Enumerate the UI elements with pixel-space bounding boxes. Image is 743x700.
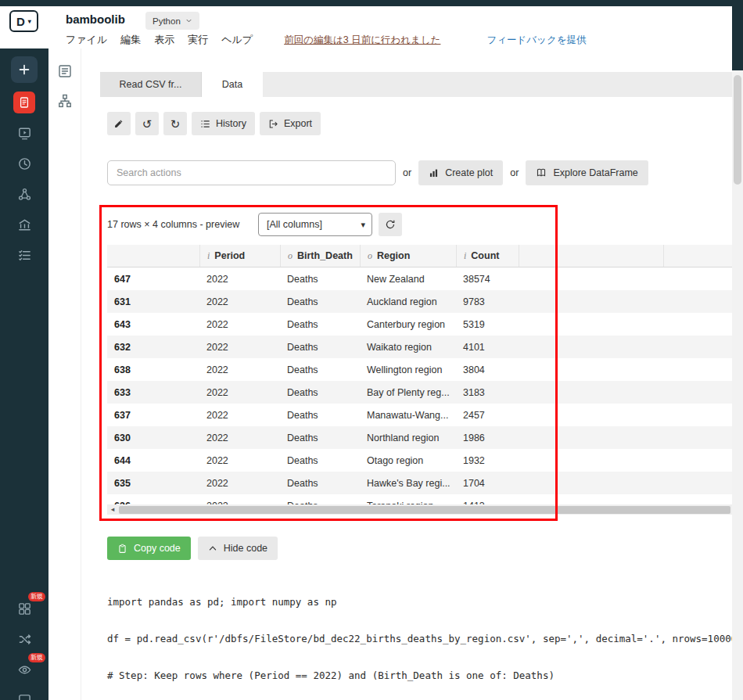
new-badge: 新規 bbox=[28, 653, 45, 662]
scroll-left-arrow-icon[interactable]: ◂ bbox=[107, 504, 118, 515]
create-plot-button[interactable]: Create plot bbox=[418, 160, 503, 185]
app-sidebar: 新規 新規 bbox=[0, 48, 48, 700]
molecule-icon bbox=[17, 187, 32, 202]
code-line: import pandas as pd; import numpy as np bbox=[107, 596, 743, 608]
caret-down-icon: ▾ bbox=[361, 220, 365, 230]
sidebar-item-catalog[interactable] bbox=[13, 183, 35, 205]
table-row: 6382022DeathsWellington region3804 bbox=[107, 358, 732, 381]
tab-read-csv[interactable]: Read CSV fr... bbox=[100, 72, 202, 97]
undo-icon: ↺ bbox=[142, 118, 153, 130]
table-row: 6432022DeathsCanterbury region5319 bbox=[107, 313, 732, 336]
databricks-logo-menu[interactable]: D ▾ bbox=[9, 10, 38, 32]
tab-strip: Read CSV fr... Data bbox=[100, 72, 732, 97]
schema-browser-button[interactable] bbox=[56, 92, 74, 109]
plus-icon bbox=[17, 63, 31, 77]
table-row: 6442022DeathsOtago region1932 bbox=[107, 449, 732, 472]
int-dtype-icon: i bbox=[207, 250, 210, 262]
preview-toolbar: ↺ ↻ History Export bbox=[107, 112, 321, 135]
right-panel-top bbox=[732, 0, 743, 70]
code-actions: Copy code Hide code bbox=[107, 537, 278, 560]
bar-chart-icon bbox=[429, 168, 439, 178]
sidebar-item-more[interactable] bbox=[13, 689, 35, 700]
sidebar-item-workspace[interactable] bbox=[13, 122, 35, 144]
menu-item-file[interactable]: ファイル bbox=[66, 33, 107, 47]
table-row: 6322022DeathsWaikato region4101 bbox=[107, 336, 732, 358]
menu-item-run[interactable]: 実行 bbox=[188, 33, 208, 47]
table-row: 6372022DeathsManawatu-Wang...2457 bbox=[107, 404, 732, 426]
table-of-contents-button[interactable] bbox=[56, 63, 74, 80]
vertical-scrollbar-thumb[interactable] bbox=[734, 75, 741, 185]
table-row: 6472022DeathsNew Zealand38574 bbox=[107, 267, 732, 290]
sidebar-item-recents[interactable] bbox=[13, 153, 35, 174]
column-header-period: iPeriod bbox=[199, 245, 280, 267]
undo-button[interactable]: ↺ bbox=[135, 112, 159, 135]
eye-icon bbox=[17, 662, 32, 677]
table-row: 6352022DeathsHawke's Bay regi...1704 bbox=[107, 472, 732, 494]
edit-button[interactable] bbox=[107, 112, 131, 135]
new-badge: 新規 bbox=[28, 592, 45, 601]
sidebar-item-apps[interactable]: 新規 bbox=[13, 598, 35, 619]
checklist-icon bbox=[17, 248, 32, 263]
notebook-icon bbox=[18, 96, 31, 109]
logo-letter: D bbox=[16, 15, 25, 28]
table-body: 6472022DeathsNew Zealand38574 6312022Dea… bbox=[107, 267, 732, 504]
sidebar-item-previews[interactable]: 新規 bbox=[13, 659, 35, 680]
hide-code-button[interactable]: Hide code bbox=[198, 537, 278, 560]
copy-code-button[interactable]: Copy code bbox=[107, 537, 191, 560]
horizontal-scrollbar-thumb[interactable] bbox=[119, 506, 730, 514]
shuffle-icon bbox=[17, 632, 32, 647]
chevron-down-icon bbox=[185, 17, 192, 24]
sidebar-item-workflows[interactable] bbox=[13, 244, 35, 266]
caret-down-icon: ▾ bbox=[28, 18, 31, 25]
history-button[interactable]: History bbox=[192, 112, 255, 135]
refresh-button[interactable] bbox=[379, 213, 402, 236]
workspace-icon bbox=[17, 126, 32, 141]
menu-item-edit[interactable]: 編集 bbox=[120, 33, 141, 47]
hierarchy-icon bbox=[57, 93, 73, 109]
column-header-birth-death: oBirth_Death bbox=[280, 245, 360, 267]
grid-icon bbox=[17, 601, 32, 616]
redo-button[interactable]: ↻ bbox=[163, 112, 187, 135]
search-actions-input[interactable] bbox=[107, 160, 396, 185]
column-header-region: oRegion bbox=[360, 245, 456, 267]
menu-item-view[interactable]: 表示 bbox=[154, 33, 174, 47]
sidebar-item-marketplace[interactable] bbox=[13, 214, 35, 235]
export-icon bbox=[268, 119, 278, 129]
dataframe-preview-table: iPeriod oBirth_Death oRegion iCount 6472… bbox=[107, 245, 732, 515]
code-line: # Step: Keep rows where (Period == 2022)… bbox=[107, 669, 743, 682]
export-button[interactable]: Export bbox=[260, 112, 321, 135]
menu-bar: ファイル 編集 表示 実行 ヘルプ 前回の編集は3 日前に行われました フィード… bbox=[66, 33, 586, 47]
notebook-title: bamboolib bbox=[66, 13, 125, 26]
clipboard-icon bbox=[117, 544, 127, 554]
empty-column-header bbox=[663, 245, 732, 267]
object-dtype-icon: o bbox=[288, 250, 293, 262]
action-row: or Create plot or Explore DataFrame bbox=[107, 160, 648, 185]
menu-item-help[interactable]: ヘルプ bbox=[221, 33, 253, 47]
pencil-icon bbox=[113, 118, 124, 129]
code-line: df = pd.read_csv(r'/dbfs/FileStore/bd_de… bbox=[107, 633, 743, 645]
int-dtype-icon: i bbox=[464, 250, 466, 262]
table-header-row: iPeriod oBirth_Death oRegion iCount bbox=[107, 245, 732, 267]
bamboolib-panel: Read CSV fr... Data ↺ ↻ History Export o… bbox=[81, 48, 732, 700]
feedback-link[interactable]: フィードバックを提供 bbox=[486, 34, 586, 47]
redo-icon: ↻ bbox=[170, 118, 181, 130]
notebook-header: D ▾ bamboolib Python ファイル 編集 表示 実行 ヘルプ 前… bbox=[0, 6, 743, 48]
notebook-rail bbox=[48, 48, 81, 700]
language-selector[interactable]: Python bbox=[145, 12, 199, 30]
sidebar-item-partner-connect[interactable] bbox=[13, 628, 35, 650]
horizontal-scrollbar[interactable]: ◂ bbox=[107, 504, 732, 515]
or-label: or bbox=[510, 167, 519, 178]
open-book-icon bbox=[536, 167, 547, 178]
table-row: 6312022DeathsAuckland region9783 bbox=[107, 290, 732, 313]
last-edit-link[interactable]: 前回の編集は3 日前に行われました bbox=[284, 34, 440, 47]
generated-code-block: import pandas as pd; import numpy as np … bbox=[107, 571, 743, 700]
columns-filter-select[interactable]: [All columns] ▾ bbox=[258, 213, 372, 236]
empty-column-header bbox=[519, 245, 663, 267]
tab-data[interactable]: Data bbox=[202, 72, 263, 97]
explore-dataframe-button[interactable]: Explore DataFrame bbox=[526, 160, 648, 185]
bank-icon bbox=[17, 217, 32, 232]
sidebar-item-notebook[interactable] bbox=[13, 92, 35, 113]
clock-icon bbox=[17, 156, 32, 171]
new-button[interactable] bbox=[11, 56, 38, 83]
index-column-header bbox=[107, 245, 199, 267]
